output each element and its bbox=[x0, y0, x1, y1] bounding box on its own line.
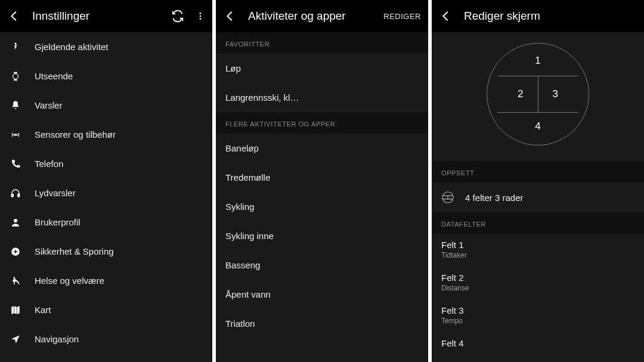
settings-item-activity[interactable]: Gjeldende aktivitet bbox=[0, 32, 212, 61]
page-title: Rediger skjerm bbox=[464, 10, 637, 23]
svg-point-4 bbox=[13, 73, 18, 79]
settings-item-label: Gjeldende aktivitet bbox=[35, 42, 108, 52]
svg-point-10 bbox=[13, 277, 15, 279]
activity-label: Basseng bbox=[225, 260, 260, 270]
settings-item-phone[interactable]: Telefon bbox=[0, 149, 212, 178]
sensor-icon bbox=[10, 129, 21, 141]
activity-item[interactable]: Basseng bbox=[216, 250, 428, 280]
section-favorites: FAVORITTER bbox=[216, 32, 428, 54]
section-layout: OPPSETT bbox=[432, 161, 644, 182]
svg-rect-6 bbox=[11, 194, 13, 197]
activity-item[interactable]: Tredemølle bbox=[216, 163, 428, 192]
svg-point-1 bbox=[200, 16, 202, 17]
headphones-icon bbox=[10, 187, 21, 199]
field-2-label[interactable]: 2 bbox=[518, 88, 523, 100]
section-datafields: DATAFELTER bbox=[432, 212, 644, 234]
header: Aktiviteter og apper REDIGER bbox=[216, 0, 428, 32]
activity-icon bbox=[10, 41, 21, 53]
section-more-activities: FLERE AKTIVITETER OG APPER bbox=[216, 112, 428, 134]
bell-icon bbox=[10, 100, 21, 112]
back-button[interactable] bbox=[223, 9, 237, 23]
overflow-menu-button[interactable] bbox=[196, 9, 205, 23]
settings-item-health[interactable]: Helse og velvære bbox=[0, 266, 212, 295]
svg-point-0 bbox=[200, 13, 202, 14]
settings-item-label: Telefon bbox=[35, 159, 63, 169]
settings-item-user[interactable]: Brukerprofil bbox=[0, 208, 212, 237]
activity-item[interactable]: Triatlon bbox=[216, 309, 428, 338]
favorite-activity-item[interactable]: Løp bbox=[216, 54, 428, 83]
field-3-label[interactable]: 3 bbox=[553, 88, 558, 100]
edit-screen: Rediger skjerm 1 2 3 4 OPPSETT 4 felter … bbox=[432, 0, 644, 362]
settings-item-label: Brukerprofil bbox=[35, 217, 80, 227]
page-title: Innstillinger bbox=[32, 10, 160, 23]
activities-list: FAVORITTER LøpLangrennsski, kl… FLERE AK… bbox=[216, 32, 428, 362]
data-field-item[interactable]: Felt 3Tempo bbox=[432, 299, 644, 332]
activity-label: Baneløp bbox=[225, 143, 259, 153]
settings-item-bell[interactable]: Varsler bbox=[0, 91, 212, 120]
settings-item-label: Utseende bbox=[35, 71, 73, 81]
settings-screen: Innstillinger Gjeldende aktivitetUtseend… bbox=[0, 0, 212, 362]
field-4-label[interactable]: 4 bbox=[535, 120, 540, 132]
nav-icon bbox=[10, 333, 21, 345]
activity-item[interactable]: Sykling bbox=[216, 192, 428, 221]
settings-list: Gjeldende aktivitetUtseendeVarslerSensor… bbox=[0, 32, 212, 362]
settings-item-shield[interactable]: Sikkerhet & Sporing bbox=[0, 237, 212, 266]
data-field-item[interactable]: Felt 4 bbox=[432, 332, 644, 355]
user-icon bbox=[10, 216, 21, 228]
favorite-activity-item[interactable]: Langrennsski, kl… bbox=[216, 83, 428, 112]
settings-item-label: Sensorer og tilbehør bbox=[35, 129, 116, 140]
settings-item-label: Varsler bbox=[35, 100, 62, 110]
map-icon bbox=[10, 304, 21, 316]
settings-item-headphones[interactable]: Lydvarsler bbox=[0, 178, 212, 208]
svg-rect-7 bbox=[18, 194, 20, 197]
field-title: Felt 4 bbox=[441, 338, 634, 348]
activity-label: Tredemølle bbox=[225, 172, 270, 182]
activity-label: Sykling bbox=[225, 202, 254, 212]
watch-icon bbox=[10, 70, 21, 82]
activity-label: Triatlon bbox=[225, 318, 255, 329]
edit-body: 1 2 3 4 OPPSETT 4 felter 3 rader DATAFEL… bbox=[432, 32, 644, 362]
sync-button[interactable] bbox=[171, 9, 185, 23]
layout-icon bbox=[441, 191, 454, 204]
settings-item-label: Kart bbox=[35, 305, 51, 315]
field-title: Felt 1 bbox=[441, 240, 634, 250]
activity-label: Åpent vann bbox=[225, 289, 271, 299]
activity-label: Langrennsski, kl… bbox=[225, 92, 299, 103]
back-button[interactable] bbox=[439, 9, 453, 23]
activity-item[interactable]: Sykling inne bbox=[216, 221, 428, 250]
settings-item-nav[interactable]: Navigasjon bbox=[0, 324, 212, 354]
svg-point-8 bbox=[14, 219, 17, 222]
field-subtitle: Tidtaker bbox=[441, 251, 634, 259]
data-field-item[interactable]: Felt 2Distanse bbox=[432, 267, 644, 299]
field-subtitle: Distanse bbox=[441, 284, 634, 292]
header: Innstillinger bbox=[0, 0, 212, 32]
field-subtitle: Tempo bbox=[441, 317, 634, 325]
layout-option[interactable]: 4 felter 3 rader bbox=[432, 182, 644, 212]
field-title: Felt 2 bbox=[441, 273, 634, 283]
settings-item-map[interactable]: Kart bbox=[0, 295, 212, 324]
field-title: Felt 3 bbox=[441, 305, 634, 315]
activity-label: Sykling inne bbox=[225, 231, 274, 241]
activity-item[interactable]: Baneløp bbox=[216, 134, 428, 163]
back-button[interactable] bbox=[7, 9, 21, 23]
field-1-label[interactable]: 1 bbox=[535, 55, 540, 67]
svg-point-3 bbox=[15, 42, 17, 44]
header: Rediger skjerm bbox=[432, 0, 644, 32]
settings-item-label: Lydvarsler bbox=[35, 188, 76, 198]
layout-preview: 1 2 3 4 bbox=[432, 32, 644, 161]
layout-label: 4 felter 3 rader bbox=[465, 193, 524, 203]
settings-item-label: Navigasjon bbox=[35, 334, 79, 344]
svg-point-2 bbox=[200, 18, 202, 20]
page-title: Aktiviteter og apper bbox=[248, 10, 373, 23]
phone-icon bbox=[10, 158, 21, 170]
svg-point-5 bbox=[15, 134, 16, 135]
edit-button[interactable]: REDIGER bbox=[383, 12, 421, 21]
settings-item-label: Sikkerhet & Sporing bbox=[35, 246, 114, 256]
shield-icon bbox=[10, 246, 21, 258]
settings-item-watch[interactable]: Utseende bbox=[0, 61, 212, 91]
activities-screen: Aktiviteter og apper REDIGER FAVORITTER … bbox=[216, 0, 428, 362]
settings-item-sensor[interactable]: Sensorer og tilbehør bbox=[0, 120, 212, 149]
activity-item[interactable]: Åpent vann bbox=[216, 280, 428, 309]
settings-item-label: Helse og velvære bbox=[35, 276, 104, 286]
data-field-item[interactable]: Felt 1Tidtaker bbox=[432, 234, 644, 267]
